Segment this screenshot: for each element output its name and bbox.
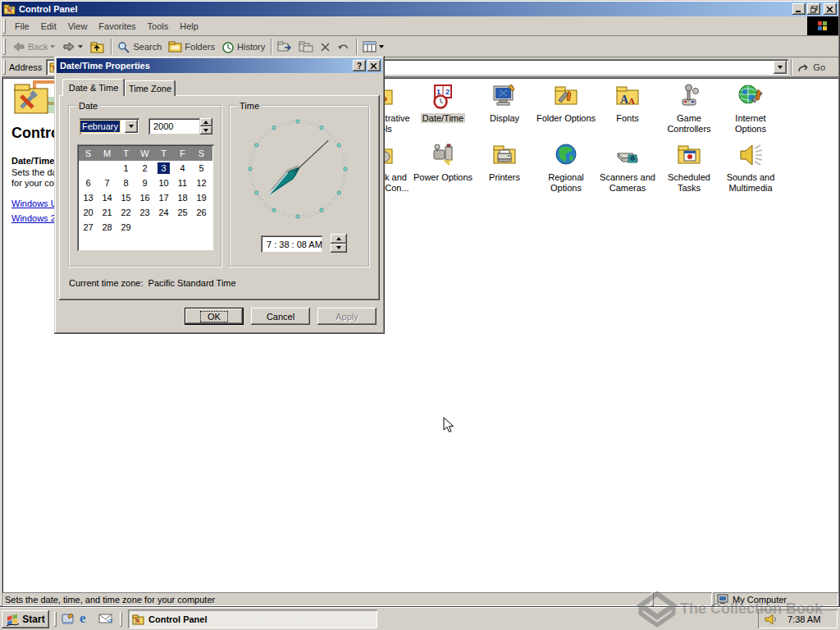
month-select[interactable]: February xyxy=(80,118,139,135)
cal-day[interactable]: 23 xyxy=(135,208,154,217)
time-down-button[interactable] xyxy=(331,244,347,253)
move-to-button[interactable] xyxy=(274,39,295,54)
toolbar: Back Search Folders History xyxy=(2,37,838,57)
folders-button[interactable]: Folders xyxy=(165,39,218,54)
history-button[interactable]: History xyxy=(218,39,268,55)
address-dropdown-button[interactable] xyxy=(774,61,787,74)
menu-favorites[interactable]: Favorites xyxy=(93,20,141,33)
tab-date-time[interactable]: Date & Time xyxy=(62,79,125,96)
cp-item-sched[interactable]: Scheduled Tasks xyxy=(658,142,720,194)
cal-day[interactable]: 19 xyxy=(192,193,211,203)
cal-day[interactable]: 6 xyxy=(79,178,98,188)
cal-day[interactable]: 1 xyxy=(116,163,135,173)
cal-day[interactable]: 13 xyxy=(79,193,98,203)
menu-help[interactable]: Help xyxy=(174,20,204,33)
folderopt-icon xyxy=(535,83,597,111)
menu-view[interactable]: View xyxy=(62,20,94,33)
year-spinner[interactable] xyxy=(200,118,212,135)
cal-day[interactable]: 26 xyxy=(192,208,211,217)
quicklaunch-outlook[interactable] xyxy=(98,613,113,626)
cal-day[interactable]: 11 xyxy=(173,178,192,188)
month-dropdown-button[interactable] xyxy=(125,120,138,133)
cal-day-selected[interactable]: 3 xyxy=(154,163,173,173)
cal-day[interactable]: 10 xyxy=(154,178,173,188)
dialog-close-button[interactable] xyxy=(368,60,381,71)
time-input[interactable]: 7 : 38 : 08 AM xyxy=(261,235,322,253)
cal-day[interactable]: 27 xyxy=(79,222,98,232)
timezone-text: Current time zone: Pacific Standard Time xyxy=(69,278,236,288)
apply-button[interactable]: Apply xyxy=(317,308,377,325)
start-button[interactable]: Start xyxy=(2,610,49,628)
delete-button[interactable] xyxy=(317,40,334,54)
cal-day[interactable]: 18 xyxy=(173,193,192,203)
fonts-icon: AA xyxy=(596,83,659,111)
copy-to-icon xyxy=(299,41,313,52)
cal-day[interactable]: 25 xyxy=(173,208,192,217)
back-button[interactable]: Back xyxy=(9,39,59,54)
menu-file[interactable]: File xyxy=(9,20,35,33)
copy-to-button[interactable] xyxy=(295,39,317,54)
cp-item-game[interactable]: Game Controllers xyxy=(658,83,720,135)
cal-day[interactable]: 22 xyxy=(116,208,135,217)
cp-item-scanner[interactable]: Scanners and Cameras xyxy=(596,142,659,194)
up-button[interactable] xyxy=(87,39,108,55)
cal-day[interactable]: 5 xyxy=(192,163,211,173)
cp-item-regional[interactable]: Regional Options xyxy=(535,142,597,194)
cal-day[interactable]: 16 xyxy=(135,193,154,203)
cal-day[interactable]: 24 xyxy=(154,208,173,217)
cp-item-datetime[interactable]: 12Date/Time xyxy=(412,83,474,124)
cp-item-inet[interactable]: Internet Options xyxy=(719,83,782,135)
cal-day[interactable]: 7 xyxy=(98,178,116,188)
forward-button[interactable] xyxy=(59,39,87,54)
dialog-help-button[interactable]: ? xyxy=(353,60,366,71)
cal-day[interactable]: 20 xyxy=(79,208,98,217)
cp-item-label: Fonts xyxy=(596,113,659,124)
cancel-button[interactable]: Cancel xyxy=(251,308,310,325)
cp-item-fonts[interactable]: AAFonts xyxy=(596,83,659,124)
cal-day[interactable]: 4 xyxy=(173,163,192,173)
quicklaunch-ie[interactable]: e xyxy=(80,610,86,627)
cal-day[interactable]: 12 xyxy=(192,178,211,188)
cal-day[interactable]: 8 xyxy=(116,178,135,188)
cal-day[interactable]: 17 xyxy=(154,193,173,203)
year-up-button[interactable] xyxy=(200,118,212,126)
go-button[interactable]: Go xyxy=(794,61,829,75)
cp-item-sounds[interactable]: Sounds and Multimedia xyxy=(719,142,782,194)
restore-button[interactable] xyxy=(807,3,820,15)
year-input[interactable]: 2000 xyxy=(148,118,200,135)
time-spinner[interactable] xyxy=(331,234,347,253)
calendar[interactable]: SMTWTFS 12345678910111213141516171819202… xyxy=(77,144,214,251)
menu-edit[interactable]: Edit xyxy=(35,20,62,33)
inet-icon xyxy=(719,83,782,111)
cp-item-printers[interactable]: Printers xyxy=(473,142,536,183)
quicklaunch-show-desktop[interactable] xyxy=(61,612,75,627)
task-control-panel[interactable]: Control Panel xyxy=(128,609,377,628)
window-titlebar[interactable]: Control Panel xyxy=(2,2,838,16)
time-up-button[interactable] xyxy=(331,234,347,244)
undo-button[interactable] xyxy=(334,40,354,54)
datetime-icon: 12 xyxy=(412,83,474,111)
tab-time-zone[interactable]: Time Zone xyxy=(125,80,176,96)
cp-item-folderopt[interactable]: Folder Options xyxy=(535,83,597,124)
cal-day[interactable]: 28 xyxy=(98,222,116,232)
svg-text:The Collection Book: The Collection Book xyxy=(680,600,824,617)
mouse-cursor xyxy=(443,417,454,436)
cp-item-display[interactable]: Display xyxy=(473,83,536,124)
cal-day[interactable]: 14 xyxy=(98,193,116,203)
cp-item-power[interactable]: Power Options xyxy=(412,142,474,183)
ok-button[interactable]: OK xyxy=(185,308,244,325)
cal-day[interactable]: 21 xyxy=(98,208,116,217)
go-icon xyxy=(797,62,810,73)
minimize-button[interactable] xyxy=(792,3,806,15)
close-button[interactable] xyxy=(824,3,837,15)
cal-day[interactable]: 9 xyxy=(135,178,154,188)
cal-day[interactable]: 29 xyxy=(116,222,135,232)
year-down-button[interactable] xyxy=(200,126,212,135)
cal-day[interactable]: 15 xyxy=(116,193,135,203)
dialog-titlebar[interactable]: Date/Time Properties ? xyxy=(57,58,382,73)
search-button[interactable]: Search xyxy=(114,39,165,55)
views-button[interactable] xyxy=(359,39,388,54)
menu-tools[interactable]: Tools xyxy=(142,20,175,33)
svg-text:A: A xyxy=(628,96,635,106)
cal-day[interactable]: 2 xyxy=(135,163,154,173)
